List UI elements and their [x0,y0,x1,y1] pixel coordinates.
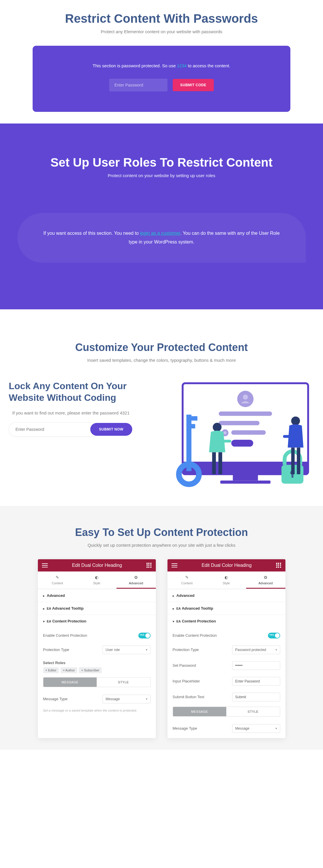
tab-advanced[interactable]: ✿Advanced [246,571,285,589]
field-msgtype: Message Type Message▾ [173,721,280,733]
subtitle: Quickly set up content protection anywhe… [6,542,317,548]
pencil-icon: ✎ [167,575,207,580]
editor-panel-role: Edit Dual Color Heading ✎Content ◐Style … [38,559,156,738]
editor-panel-password: Edit Dual Color Heading ✎Content ◐Style … [167,559,285,738]
svg-rect-22 [218,452,222,474]
chevron-down-icon: ▾ [146,697,148,701]
chevron-down-icon: ▾ [276,727,277,730]
panels-row: Edit Dual Color Heading ✎Content ◐Style … [6,559,317,738]
section-easy-setup: Easy To Set Up Content Protection Quickl… [0,506,323,750]
enable-toggle[interactable]: YES [138,633,151,639]
field-placeholder: Input Placehlder Enter Password [173,674,280,689]
password-card: This section is password protected. So u… [33,46,290,112]
svg-point-19 [213,423,221,431]
svg-rect-10 [231,430,266,435]
accordion-protection[interactable]: ▾EA Content Protection [38,615,156,627]
submit-now-button[interactable]: SUBMIT NOW [90,423,132,436]
seg-message[interactable]: MESSAGE [43,678,97,687]
accordion-advanced[interactable]: ▸Advanced [167,589,285,602]
password-form: SUBMIT NOW [9,422,156,436]
gear-icon: ✿ [117,575,156,580]
svg-point-23 [291,416,300,425]
panel-tabs: ✎Content ◐Style ✿Advanced [38,571,156,589]
svg-rect-20 [222,439,231,442]
panel-header: Edit Dual Color Heading [38,559,156,571]
heading: Customize Your Protected Content [6,341,317,353]
subtitle: Protect content on your website by setti… [6,173,317,178]
chip-author[interactable]: × Author [61,667,77,673]
tab-advanced[interactable]: ✿Advanced [117,571,156,589]
seg-style[interactable]: STYLE [97,678,150,687]
svg-rect-3 [220,480,270,484]
type-select[interactable]: User role▾ [102,646,151,654]
split-left: Lock Any Content On Your Website Without… [9,380,156,436]
placeholder-input[interactable]: Enter Password [232,677,280,686]
subheading: Lock Any Content On Your Website Without… [9,380,156,403]
panel-title: Edit Dual Color Heading [72,563,122,568]
password-input[interactable] [9,422,99,436]
msgtype-select[interactable]: Message▾ [232,724,280,733]
enable-toggle[interactable]: YES [268,633,280,639]
panel-body: Enable Content Protection YES Protection… [38,627,156,718]
heading: Restrict Content With Passwords [6,12,317,26]
tab-content[interactable]: ✎Content [38,571,77,589]
field-setpw: Set Password •••••• [173,658,280,674]
segment-control: MESSAGE STYLE [173,707,280,716]
illustration [170,380,314,494]
svg-rect-2 [233,474,258,480]
accordion-tooltip[interactable]: ▸EA Advanced Tooltip [167,602,285,615]
panel-tabs: ✎Content ◐Style ✿Advanced [167,571,285,589]
svg-rect-6 [219,411,272,416]
pencil-icon: ✎ [38,575,77,580]
hamburger-icon[interactable] [42,563,48,567]
seg-style[interactable]: STYLE [226,707,280,716]
apps-icon[interactable] [147,563,152,568]
lock-illustration [170,380,314,493]
submit-text-input[interactable]: Submit [232,693,280,702]
msgtype-select[interactable]: Message▾ [102,695,151,704]
field-msgtype: Message Type Message▾ [43,691,151,707]
password-code: 1234 [177,63,186,68]
field-type: Protection Type Password protected▾ [173,642,280,658]
setpw-input[interactable]: •••••• [232,661,280,670]
svg-point-5 [243,394,248,399]
svg-rect-24 [283,435,291,438]
tab-style[interactable]: ◐Style [207,571,246,589]
chip-subscriber[interactable]: × Subscriber [79,667,102,673]
roles-label: Select Roles [43,658,151,667]
svg-rect-11 [231,439,253,446]
panel-header: Edit Dual Color Heading [167,559,285,571]
accordion-protection[interactable]: ▾EA Content Protection [167,615,285,627]
accordion-advanced[interactable]: ▸Advanced [38,589,156,602]
subtitle: Insert saved templates, change the color… [6,358,317,363]
svg-rect-25 [291,447,294,474]
accordion-tooltip[interactable]: ▸EA Advanced Tooltip [38,602,156,615]
field-enable: Enable Content Protection YES [43,629,151,642]
seg-message[interactable]: MESSAGE [173,707,227,716]
field-type: Protection Type User role▾ [43,642,151,658]
field-enable: Enable Content Protection YES [173,629,280,642]
submit-code-button[interactable]: SUBMIT CODE [173,79,214,91]
type-select[interactable]: Password protected▾ [232,646,280,654]
split-layout: Lock Any Content On Your Website Without… [6,380,317,494]
tab-content[interactable]: ✎Content [167,571,207,589]
password-message: This section is password protected. So u… [41,63,282,68]
subtitle: Protect any Elementor content on your we… [6,29,317,34]
apps-icon[interactable] [276,563,281,568]
hamburger-icon[interactable] [171,563,177,567]
panel-body: Enable Content Protection YES Protection… [167,627,285,738]
svg-rect-26 [297,447,300,474]
contrast-icon: ◐ [77,575,117,580]
chevron-down-icon: ▾ [276,648,277,651]
svg-point-9 [223,431,227,434]
password-input[interactable] [109,79,167,91]
heading: Easy To Set Up Content Protection [6,526,317,538]
svg-rect-14 [186,416,197,421]
svg-rect-13 [186,414,191,471]
svg-rect-7 [219,421,259,425]
login-link[interactable]: login as a customer [140,231,180,236]
chip-editor[interactable]: × Editor [43,667,59,673]
segment-control: MESSAGE STYLE [43,677,151,687]
tab-style[interactable]: ◐Style [77,571,117,589]
section-user-roles: Set Up User Roles To Restrict Content Pr… [0,124,323,309]
